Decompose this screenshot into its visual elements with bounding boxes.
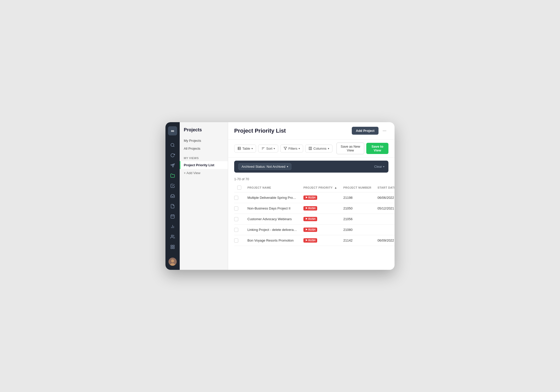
- svg-rect-11: [173, 245, 174, 246]
- row-start-date: [374, 214, 395, 225]
- columns-label: Columns: [313, 147, 326, 150]
- table-row: Non-Business Days Project II ⚑ RUSH 2105…: [234, 203, 395, 214]
- filter-chip[interactable]: Archived Status: Not Archived ▾: [238, 163, 291, 170]
- row-checkbox-cell: [234, 214, 244, 225]
- table-button[interactable]: Table ▾: [234, 145, 256, 152]
- search-icon[interactable]: [168, 141, 177, 150]
- table-label: Table: [242, 147, 250, 150]
- document-icon[interactable]: [168, 202, 177, 211]
- filters-chevron: ▾: [299, 147, 300, 150]
- row-project-priority: ⚑ RUSH: [300, 192, 340, 203]
- nav-active-view[interactable]: Project Priority List: [180, 161, 228, 169]
- tasks-icon[interactable]: [168, 181, 177, 190]
- table-icon: [237, 147, 241, 150]
- flag-icon: ⚑: [305, 196, 307, 199]
- team-icon[interactable]: [168, 232, 177, 241]
- grid-icon[interactable]: [168, 242, 177, 251]
- svg-point-0: [171, 143, 174, 146]
- history-icon[interactable]: [168, 151, 177, 160]
- svg-rect-2: [171, 215, 174, 218]
- rush-badge: ⚑ RUSH: [303, 228, 317, 232]
- calendar-icon[interactable]: [168, 212, 177, 221]
- table-body: Multiple Deliverable Spring Promoti... ⚑…: [234, 192, 395, 246]
- th-project-number: PROJECT NUMBER: [340, 183, 374, 192]
- row-project-priority: ⚑ RUSH: [300, 203, 340, 214]
- row-project-priority: ⚑ RUSH: [300, 214, 340, 225]
- row-project-priority: ⚑ RUSH: [300, 235, 340, 246]
- add-project-button[interactable]: Add Project: [352, 127, 379, 135]
- row-project-number: 21142: [340, 235, 374, 246]
- row-project-name: Multiple Deliverable Spring Promoti...: [244, 192, 300, 203]
- th-project-priority[interactable]: PROJECT PRIORITY ▲: [300, 183, 340, 192]
- filters-label: Filters: [288, 147, 297, 150]
- sort-icon: [261, 147, 265, 150]
- main-content: Project Priority List Add Project ··· Ta…: [228, 122, 395, 270]
- th-start-date: START DATE: [374, 183, 395, 192]
- table-row: Multiple Deliverable Spring Promoti... ⚑…: [234, 192, 395, 203]
- flag-icon: ⚑: [305, 218, 307, 220]
- row-checkbox-cell: [234, 235, 244, 246]
- row-start-date: 06/09/2022: [374, 235, 395, 246]
- rush-badge: ⚑ RUSH: [303, 195, 317, 200]
- row-checkbox[interactable]: [234, 239, 238, 243]
- results-count: 1-70 of 70: [228, 176, 395, 183]
- svg-rect-12: [173, 247, 174, 249]
- filter-chip-label: Archived Status: Not Archived: [242, 165, 285, 169]
- chart-icon[interactable]: [168, 222, 177, 231]
- filter-bar: Archived Status: Not Archived ▾ Clear ▾: [234, 161, 388, 173]
- nav-my-projects[interactable]: My Projects: [180, 137, 228, 145]
- table-chevron: ▾: [251, 147, 253, 150]
- filter-chip-chevron: ▾: [287, 165, 288, 168]
- row-checkbox[interactable]: [234, 206, 238, 211]
- flag-icon: ⚑: [305, 228, 307, 231]
- filter-clear-button[interactable]: Clear ▾: [374, 165, 384, 169]
- row-start-date: 05/12/2021: [374, 203, 395, 214]
- rush-badge: ⚑ RUSH: [303, 238, 317, 243]
- row-project-name: Non-Business Days Project II: [244, 203, 300, 214]
- th-checkbox: [234, 183, 244, 192]
- section-title: Projects: [180, 127, 228, 137]
- table-row: Linking Project - delete deliverable ⚑ R…: [234, 225, 395, 235]
- row-checkbox[interactable]: [234, 217, 238, 221]
- row-checkbox[interactable]: [234, 228, 238, 232]
- folder-icon[interactable]: [168, 171, 177, 180]
- table-container: PROJECT NAME PROJECT PRIORITY ▲ PROJECT …: [228, 183, 395, 270]
- svg-rect-10: [171, 245, 172, 246]
- row-checkbox-cell: [234, 225, 244, 235]
- row-project-number: 21198: [340, 192, 374, 203]
- more-options-button[interactable]: ···: [381, 127, 388, 134]
- avatar[interactable]: [169, 258, 177, 266]
- svg-rect-25: [309, 147, 312, 150]
- row-project-number: 21080: [340, 225, 374, 235]
- columns-icon: [309, 147, 312, 150]
- columns-button[interactable]: Columns ▾: [305, 145, 332, 152]
- main-header: Project Priority List Add Project ···: [228, 122, 395, 139]
- inbox-icon[interactable]: [168, 191, 177, 201]
- columns-chevron: ▾: [328, 147, 329, 150]
- flag-icon: ⚑: [305, 239, 307, 242]
- select-all-checkbox[interactable]: [237, 186, 241, 190]
- row-project-priority: ⚑ RUSH: [300, 225, 340, 235]
- toolbar: Table ▾ Sort ▾ Filters ▾: [228, 139, 395, 158]
- svg-rect-13: [171, 247, 172, 249]
- row-start-date: [374, 225, 395, 235]
- app-logo: ∞: [168, 126, 177, 135]
- row-checkbox-cell: [234, 203, 244, 214]
- megaphone-icon[interactable]: [168, 161, 177, 170]
- th-project-name: PROJECT NAME: [244, 183, 300, 192]
- row-project-number: 21050: [340, 203, 374, 214]
- filters-button[interactable]: Filters ▾: [280, 145, 303, 152]
- save-view-button[interactable]: Save to View: [366, 143, 388, 154]
- svg-rect-17: [238, 147, 241, 150]
- table-row: Customer Advocacy Webinars ⚑ RUSH 21056 …: [234, 214, 395, 225]
- rush-badge: ⚑ RUSH: [303, 206, 317, 211]
- add-view-button[interactable]: + Add View: [180, 169, 228, 177]
- row-checkbox[interactable]: [234, 196, 238, 200]
- header-actions: Add Project ···: [352, 127, 388, 135]
- projects-table: PROJECT NAME PROJECT PRIORITY ▲ PROJECT …: [234, 183, 395, 246]
- dark-sidebar: ∞: [165, 122, 180, 270]
- row-checkbox-cell: [234, 192, 244, 203]
- sort-button[interactable]: Sort ▾: [258, 145, 278, 152]
- nav-all-projects[interactable]: All Projects: [180, 145, 228, 152]
- save-new-view-button[interactable]: Save as New View: [337, 143, 365, 154]
